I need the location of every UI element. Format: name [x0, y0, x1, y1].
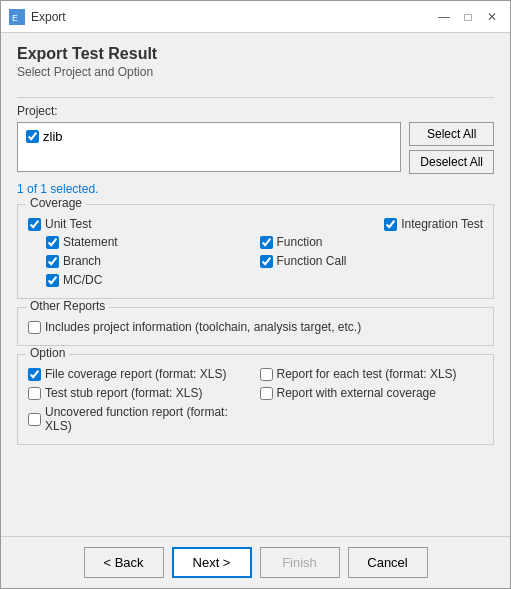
project-buttons: Select All Deselect All	[409, 122, 494, 174]
unit-test-checkbox[interactable]	[28, 218, 41, 231]
page-subtitle: Select Project and Option	[17, 65, 494, 79]
report-each-test-checkbox[interactable]	[260, 368, 273, 381]
statement-checkbox[interactable]	[46, 236, 59, 249]
file-coverage-row: File coverage report (format: XLS)	[28, 367, 252, 381]
file-coverage-label: File coverage report (format: XLS)	[45, 367, 226, 381]
test-stub-label: Test stub report (format: XLS)	[45, 386, 202, 400]
project-row: zlib Select All Deselect All	[17, 122, 494, 174]
project-item-label: zlib	[43, 129, 63, 144]
integration-test-checkbox[interactable]	[384, 218, 397, 231]
function-call-checkbox[interactable]	[260, 255, 273, 268]
export-window: E Export — □ ✕ Export Test Result Select…	[0, 0, 511, 589]
uncovered-function-row: Uncovered function report (format: XLS)	[28, 405, 252, 433]
coverage-group-title: Coverage	[26, 196, 86, 210]
mcdc-label: MC/DC	[63, 273, 102, 287]
function-label: Function	[277, 235, 323, 249]
function-call-label: Function Call	[277, 254, 347, 268]
unit-test-row: Unit Test Integration Test	[28, 217, 483, 231]
svg-text:E: E	[12, 13, 18, 23]
next-button[interactable]: Next >	[172, 547, 252, 578]
branch-row: Branch	[28, 254, 252, 268]
window-controls: — □ ✕	[434, 7, 502, 27]
page-title: Export Test Result	[17, 45, 494, 63]
minimize-button[interactable]: —	[434, 7, 454, 27]
function-call-row: Function Call	[260, 254, 484, 268]
report-external-row: Report with external coverage	[260, 386, 484, 400]
cancel-button[interactable]: Cancel	[348, 547, 428, 578]
project-checkbox-zlib[interactable]	[26, 130, 39, 143]
includes-project-checkbox[interactable]	[28, 321, 41, 334]
project-list[interactable]: zlib	[17, 122, 401, 172]
select-all-button[interactable]: Select All	[409, 122, 494, 146]
statement-label: Statement	[63, 235, 118, 249]
file-coverage-checkbox[interactable]	[28, 368, 41, 381]
other-reports-title: Other Reports	[26, 299, 109, 313]
test-stub-checkbox[interactable]	[28, 387, 41, 400]
includes-project-row: Includes project information (toolchain,…	[28, 320, 483, 334]
uncovered-function-checkbox[interactable]	[28, 413, 41, 426]
footer: < Back Next > Finish Cancel	[1, 536, 510, 588]
option-group: Option File coverage report (format: XLS…	[17, 354, 494, 445]
includes-project-label: Includes project information (toolchain,…	[45, 320, 361, 334]
deselect-all-button[interactable]: Deselect All	[409, 150, 494, 174]
report-external-checkbox[interactable]	[260, 387, 273, 400]
mcdc-checkbox[interactable]	[46, 274, 59, 287]
window-title: Export	[31, 10, 434, 24]
report-external-label: Report with external coverage	[277, 386, 436, 400]
function-checkbox[interactable]	[260, 236, 273, 249]
option-group-title: Option	[26, 346, 69, 360]
window-icon: E	[9, 9, 25, 25]
report-each-test-row: Report for each test (format: XLS)	[260, 367, 484, 381]
finish-button[interactable]: Finish	[260, 547, 340, 578]
top-divider	[17, 97, 494, 98]
function-row: Function	[260, 235, 484, 249]
uncovered-function-label: Uncovered function report (format: XLS)	[45, 405, 252, 433]
test-stub-row: Test stub report (format: XLS)	[28, 386, 252, 400]
integration-test-label: Integration Test	[401, 217, 483, 231]
mcdc-row: MC/DC	[28, 273, 252, 287]
branch-checkbox[interactable]	[46, 255, 59, 268]
coverage-group: Coverage Unit Test Integration Test Stat…	[17, 204, 494, 299]
other-reports-group: Other Reports Includes project informati…	[17, 307, 494, 346]
unit-test-label: Unit Test	[45, 217, 91, 231]
other-reports-content: Includes project information (toolchain,…	[28, 320, 483, 334]
statement-row: Statement	[28, 235, 252, 249]
close-button[interactable]: ✕	[482, 7, 502, 27]
content-area: Export Test Result Select Project and Op…	[1, 33, 510, 536]
project-label: Project:	[17, 104, 494, 118]
project-item-zlib: zlib	[22, 127, 396, 146]
coverage-two-col: Statement Function Branch Function Call	[28, 235, 483, 290]
title-bar: E Export — □ ✕	[1, 1, 510, 33]
maximize-button[interactable]: □	[458, 7, 478, 27]
report-each-test-label: Report for each test (format: XLS)	[277, 367, 457, 381]
option-content: File coverage report (format: XLS) Repor…	[28, 367, 483, 436]
selected-count: 1 of 1 selected.	[17, 182, 494, 196]
coverage-content: Unit Test Integration Test Statement Fun…	[28, 217, 483, 290]
branch-label: Branch	[63, 254, 101, 268]
project-section: Project: zlib Select All Deselect All	[17, 104, 494, 174]
back-button[interactable]: < Back	[84, 547, 164, 578]
